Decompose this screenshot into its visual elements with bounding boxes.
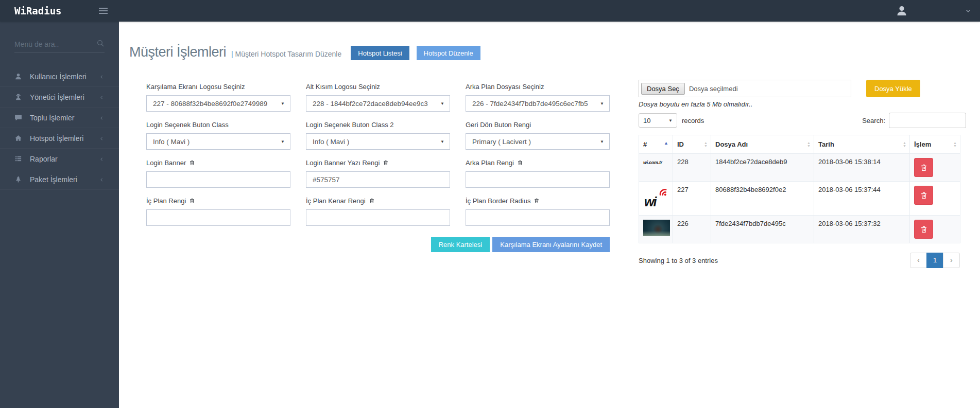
back-button-color-select[interactable]: Primary ( Lacivert ) ▼	[466, 133, 610, 150]
column-header-num[interactable]: # ▲	[639, 135, 673, 154]
chevron-left-icon	[99, 74, 105, 79]
field-label-bottom-logo: Alt Kısım Logosu Seçiniz	[306, 83, 450, 91]
pagination-page-1-button[interactable]: 1	[926, 253, 943, 268]
login-option-button-class2-select[interactable]: Info ( Mavi ) ▼	[306, 133, 450, 150]
file-name: 1844bf2ce72dace8deb9	[711, 154, 814, 182]
page-subtitle: | Müşteri Hotspot Tasarım Düzenle	[231, 50, 341, 58]
file-name: 80688f32b4be8692f0e2	[711, 182, 814, 216]
field-label-inner-panel-border-radius: İç Plan Border Radius	[466, 197, 610, 205]
sidebar-item-label: Paket İşlemleri	[30, 175, 99, 184]
sort-icon: ▲▼	[953, 141, 957, 148]
sort-asc-icon: ▲	[664, 140, 668, 146]
chevron-down-icon[interactable]	[965, 7, 972, 14]
sidebar-item-toplu-islemler[interactable]: Toplu İşlemler	[0, 108, 119, 128]
login-option-button-class-select[interactable]: Info ( Mavi ) ▼	[146, 133, 290, 150]
sidebar-search-input[interactable]	[14, 37, 105, 53]
sort-icon: ▲▼	[807, 141, 811, 148]
sidebar-item-raporlar[interactable]: Raporlar	[0, 149, 119, 169]
column-header-dosya-adi[interactable]: Dosya Adı ▲▼	[711, 135, 814, 154]
file-input[interactable]: Dosya Seç Dosya seçilmedi	[639, 80, 851, 97]
field-label-welcome-logo: Karşılama Ekranı Logosu Seçiniz	[146, 83, 290, 91]
sidebar-item-paket-islemleri[interactable]: Paket İşlemleri	[0, 169, 119, 190]
file-date: 2018-03-06 15:37:44	[814, 182, 910, 216]
clear-inner-panel-border-color-icon[interactable]	[369, 198, 375, 204]
search-label: Search:	[862, 117, 885, 125]
field-label-background-color: Arka Plan Rengi	[466, 159, 610, 167]
inner-panel-border-color-input[interactable]	[306, 209, 450, 226]
upload-file-button[interactable]: Dosya Yükle	[866, 80, 920, 97]
save-welcome-settings-button[interactable]: Karşılama Ekranı Ayalarını Kaydet	[492, 237, 610, 252]
file-date: 2018-03-06 15:37:32	[814, 216, 910, 243]
hamburger-menu-icon[interactable]	[97, 6, 110, 16]
bottom-logo-select[interactable]: 228 - 1844bf2ce72dace8deb94ee9c3 ▼	[306, 95, 450, 112]
user-icon	[14, 73, 23, 81]
delete-file-button[interactable]	[914, 186, 933, 205]
file-name: 7fde2434f7bdb7de495c	[711, 216, 814, 243]
file-manager-panel: Dosya Seç Dosya seçilmedi Dosya Yükle Do…	[639, 44, 966, 268]
chevron-left-icon	[99, 115, 105, 120]
column-header-tarih[interactable]: Tarih ▲▼	[814, 135, 910, 154]
topbar: WiRadius	[0, 0, 980, 22]
sidebar-item-label: Hotspot İşlemleri	[30, 134, 99, 143]
column-header-islem[interactable]: İşlem ▲▼	[910, 135, 960, 154]
user-avatar-icon[interactable]	[896, 5, 908, 17]
file-id: 226	[673, 216, 711, 243]
background-file-select[interactable]: 226 - 7fde2434f7bdb7de495c6ec7fb5 ▼	[466, 95, 610, 112]
login-banner-input[interactable]	[146, 171, 290, 188]
welcome-screen-logo-select[interactable]: 227 - 80688f32b4be8692f0e2749989 ▼	[146, 95, 290, 112]
page-title: Müşteri İşlemleri	[129, 44, 226, 60]
file-id: 228	[673, 154, 711, 182]
sidebar: Kullanıcı İşlemleri Yönetici İşlemleri T…	[0, 22, 119, 408]
select-caret-icon: ▼	[281, 139, 285, 144]
color-palette-button[interactable]: Renk Kartelesi	[431, 237, 490, 252]
search-icon[interactable]	[96, 39, 105, 47]
tree-icon	[14, 175, 23, 184]
hotspot-design-form: Karşılama Ekranı Logosu Seçiniz 227 - 80…	[146, 83, 610, 226]
field-label-login-banner-text-color: Login Banner Yazı Rengi	[306, 159, 450, 167]
delete-file-button[interactable]	[914, 158, 933, 177]
clear-inner-panel-border-radius-icon[interactable]	[534, 198, 540, 204]
clear-login-banner-icon[interactable]	[189, 159, 195, 166]
page-size-select[interactable]: 10 ▼	[639, 113, 677, 128]
pagination-prev-button[interactable]: ‹	[910, 253, 927, 268]
field-label-login-button-class: Login Seçenek Buton Class	[146, 121, 290, 129]
wifi-signal-icon	[654, 183, 672, 201]
column-header-id[interactable]: ID ▲▼	[673, 135, 711, 154]
field-label-back-button-color: Geri Dön Buton Rengi	[466, 121, 610, 129]
photo-thumbnail	[643, 220, 670, 236]
chevron-left-icon	[99, 135, 105, 141]
choose-file-button[interactable]: Dosya Seç	[641, 83, 685, 95]
sidebar-item-kullanici-islemleri[interactable]: Kullanıcı İşlemleri	[0, 66, 119, 87]
inner-panel-border-radius-input[interactable]	[466, 209, 610, 226]
sidebar-item-hotspot-islemleri[interactable]: Hotspot İşlemleri	[0, 128, 119, 149]
background-color-input[interactable]	[466, 171, 610, 188]
clear-login-banner-text-color-icon[interactable]	[383, 159, 389, 166]
clear-inner-panel-color-icon[interactable]	[189, 198, 195, 204]
select-caret-icon: ▼	[440, 101, 444, 106]
chevron-left-icon	[99, 156, 105, 162]
file-date: 2018-03-06 15:38:14	[814, 154, 910, 182]
sidebar-item-yonetici-islemleri[interactable]: Yönetici İşlemleri	[0, 87, 119, 108]
clear-background-color-icon[interactable]	[517, 159, 523, 166]
field-label-login-button-class2: Login Seçenek Buton Class 2	[306, 121, 450, 129]
select-caret-icon: ▼	[600, 101, 604, 106]
select-caret-icon: ▼	[281, 101, 285, 106]
field-label-inner-panel-border-color: İç Plan Kenar Rengi	[306, 197, 450, 205]
sidebar-item-label: Yönetici İşlemleri	[30, 93, 99, 101]
field-label-background-file: Arka Plan Dosyası Seçiniz	[466, 83, 610, 91]
chevron-left-icon	[99, 176, 105, 182]
table-search-input[interactable]	[889, 113, 966, 128]
topbar-right	[896, 5, 980, 17]
inner-panel-color-input[interactable]	[146, 209, 290, 226]
chevron-left-icon	[99, 94, 105, 100]
login-banner-text-color-input[interactable]	[306, 171, 450, 188]
records-label: records	[682, 117, 704, 125]
delete-file-button[interactable]	[914, 220, 933, 239]
sort-icon: ▲▼	[704, 141, 708, 148]
field-label-login-banner: Login Banner	[146, 159, 290, 167]
tab-hotspot-listesi[interactable]: Hotspot Listesi	[351, 46, 409, 60]
sidebar-item-label: Toplu İşlemler	[30, 114, 99, 122]
file-id: 227	[673, 182, 711, 216]
tab-hotspot-duzenle[interactable]: Hotspot Düzenle	[417, 46, 480, 60]
pagination-next-button[interactable]: ›	[943, 253, 960, 268]
